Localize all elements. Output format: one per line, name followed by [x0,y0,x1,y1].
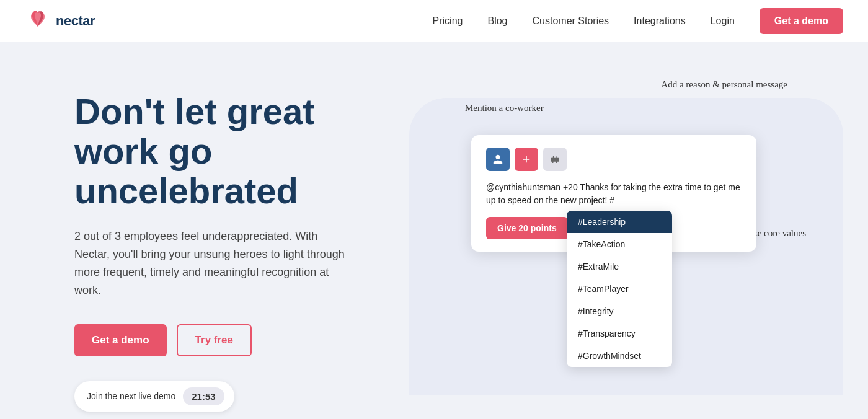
value-leadership[interactable]: #Leadership [567,211,672,233]
nav-link-customer-stories[interactable]: Customer Stories [533,15,609,27]
nav-link-pricing[interactable]: Pricing [433,15,463,27]
plus-icon [521,154,532,165]
hashtag-icon [549,154,560,165]
value-growthmindset[interactable]: #GrowthMindset [567,345,672,367]
navigation: nectar Pricing Blog Customer Stories Int… [0,0,868,42]
hero-section: Don't let great work go uncelebrated 2 o… [0,42,868,419]
hero-mockup-area: Mention a co-worker Add a reason & perso… [422,73,818,383]
card-icon-group [486,148,742,171]
nav-get-demo-button[interactable]: Get a demo [760,8,843,34]
hero-get-demo-button[interactable]: Get a demo [74,324,167,356]
value-extramile[interactable]: #ExtraMile [567,255,672,278]
value-takeaction[interactable]: #TakeAction [567,233,672,255]
live-demo-label: Join the next live demo [87,391,175,401]
live-demo-badge: Join the next live demo 21:53 [74,381,234,412]
value-integrity[interactable]: #Integrity [567,300,672,322]
hero-try-free-button[interactable]: Try free [177,324,252,356]
mention-person-button[interactable] [486,148,510,171]
card-bottom: Give 20 points #Leadership #TakeAction #… [486,217,742,239]
logo-icon [25,8,51,34]
annotation-mention: Mention a co-worker [465,103,544,113]
nav-link-login[interactable]: Login [711,15,735,27]
live-demo-timer: 21:53 [183,387,224,405]
give-points-button[interactable]: Give 20 points [486,217,568,239]
values-dropdown: #Leadership #TakeAction #ExtraMile #Team… [567,211,672,367]
hero-subtext: 2 out of 3 employees feel underappreciat… [74,227,347,299]
nav-links: Pricing Blog Customer Stories Integratio… [433,15,735,27]
value-teamplayer[interactable]: #TeamPlayer [567,278,672,300]
add-button[interactable] [515,148,538,171]
nav-link-integrations[interactable]: Integrations [634,15,686,27]
hero-cta-group: Get a demo Try free [74,324,397,356]
hashtag-button[interactable] [543,148,567,171]
logo-link[interactable]: nectar [25,8,95,34]
annotation-add-reason: Add a reason & personal message [661,79,787,90]
recognition-card: @cynthiahuntsman +20 Thanks for taking t… [471,135,756,252]
card-message: @cynthiahuntsman +20 Thanks for taking t… [486,181,742,207]
person-icon [492,154,503,165]
hero-heading: Don't let great work go uncelebrated [74,92,397,210]
hero-left: Don't let great work go uncelebrated 2 o… [74,79,397,412]
logo-text: nectar [56,13,95,29]
nav-link-blog[interactable]: Blog [487,15,507,27]
value-transparency[interactable]: #Transparency [567,322,672,345]
